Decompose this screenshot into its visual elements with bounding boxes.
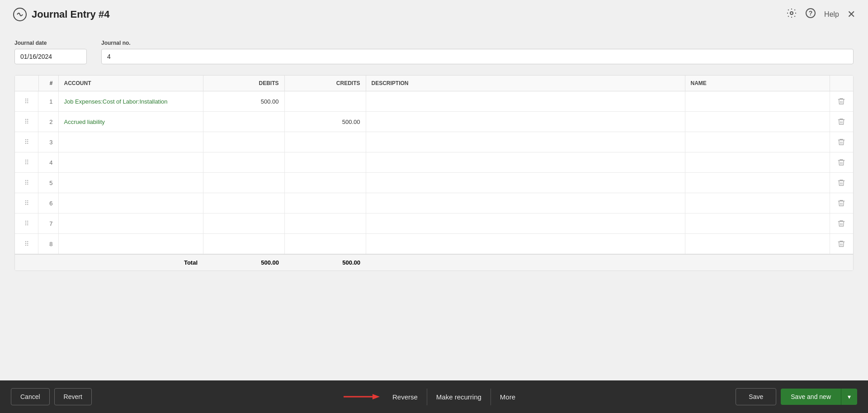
table-row: ⠿ 5 [15,173,853,193]
account-cell[interactable] [58,234,203,255]
row-number: 7 [38,214,58,234]
description-cell[interactable] [366,112,685,132]
delete-icon[interactable] [835,138,848,146]
delete-icon[interactable] [835,97,848,105]
col-description: DESCRIPTION [366,76,685,91]
credits-cell[interactable] [284,91,366,112]
description-cell[interactable] [366,132,685,152]
table-body: ⠿ 1 Job Expenses:Cost of Labor:Installat… [15,91,853,255]
help-icon[interactable]: ? [805,8,816,21]
credits-cell[interactable]: 500.00 [284,112,366,132]
name-cell[interactable] [685,152,830,173]
row-number: 5 [38,173,58,193]
delete-cell [830,91,853,112]
account-cell[interactable] [58,132,203,152]
revert-button[interactable]: Revert [54,388,92,405]
journal-no-input[interactable] [101,49,854,64]
debits-cell[interactable] [203,193,284,214]
delete-icon[interactable] [835,158,848,166]
save-and-new-dropdown-button[interactable]: ▾ [841,389,857,405]
debits-cell[interactable] [203,132,284,152]
credits-cell[interactable] [284,193,366,214]
credits-cell[interactable] [284,214,366,234]
table-row: ⠿ 6 [15,193,853,214]
drag-handle[interactable]: ⠿ [15,152,38,172]
table-row: ⠿ 3 [15,132,853,152]
account-cell[interactable] [58,214,203,234]
name-cell[interactable] [685,193,830,214]
drag-handle[interactable]: ⠿ [15,234,38,254]
row-number: 2 [38,112,58,132]
account-cell[interactable] [58,173,203,193]
total-credits: 500.00 [284,254,366,271]
journal-date-input[interactable] [14,49,87,64]
account-cell[interactable]: Accrued liability [58,112,203,132]
name-cell[interactable] [685,214,830,234]
debits-cell[interactable]: 500.00 [203,91,284,112]
debits-cell[interactable] [203,152,284,173]
row-number: 1 [38,91,58,112]
description-cell[interactable] [366,152,685,173]
description-cell[interactable] [366,91,685,112]
name-cell[interactable] [685,173,830,193]
credits-cell[interactable] [284,173,366,193]
col-drag [15,76,38,91]
name-cell[interactable] [685,234,830,255]
credits-cell[interactable] [284,234,366,255]
debits-cell[interactable] [203,214,284,234]
name-cell[interactable] [685,132,830,152]
dropdown-chevron-icon: ▾ [848,393,851,400]
account-cell[interactable] [58,193,203,214]
credits-cell[interactable] [284,152,366,173]
drag-dots-icon: ⠿ [24,199,29,207]
save-button[interactable]: Save [736,388,776,405]
drag-handle[interactable]: ⠿ [15,112,38,132]
delete-cell [830,132,853,152]
more-button[interactable]: More [491,389,524,405]
drag-dots-icon: ⠿ [24,179,29,186]
header: Journal Entry #4 ? Help ✕ [0,0,868,29]
svg-text:?: ? [809,9,813,17]
drag-handle[interactable]: ⠿ [15,193,38,213]
drag-dots-icon: ⠿ [24,240,29,247]
table-row: ⠿ 2 Accrued liability 500.00 [15,112,853,132]
description-cell[interactable] [366,193,685,214]
delete-icon[interactable] [835,118,848,126]
drag-handle[interactable]: ⠿ [15,132,38,152]
credits-cell[interactable] [284,132,366,152]
debits-cell[interactable] [203,173,284,193]
table-row: ⠿ 8 [15,234,853,255]
drag-dots-icon: ⠿ [24,138,29,146]
settings-icon[interactable] [786,8,797,21]
debits-cell[interactable] [203,112,284,132]
drag-dots-icon: ⠿ [24,118,29,125]
delete-icon[interactable] [835,199,848,207]
page-title: Journal Entry #4 [32,9,109,20]
journal-date-label: Journal date [14,40,87,46]
description-cell[interactable] [366,173,685,193]
make-recurring-button[interactable]: Make recurring [427,389,491,405]
delete-icon[interactable] [835,219,848,228]
debits-cell[interactable] [203,234,284,255]
close-icon[interactable]: ✕ [847,9,855,20]
name-cell[interactable] [685,91,830,112]
main-content: Journal date Journal no. # ACCOUNT DEBIT… [0,29,868,380]
journal-icon [13,7,27,22]
table-header-row: # ACCOUNT DEBITS CREDITS DESCRIPTION NAM… [15,76,853,91]
name-cell[interactable] [685,112,830,132]
delete-icon[interactable] [835,240,848,248]
description-cell[interactable] [366,234,685,255]
help-label[interactable]: Help [824,10,839,19]
account-cell[interactable] [58,152,203,173]
form-row: Journal date Journal no. [14,40,854,64]
delete-cell [830,112,853,132]
description-cell[interactable] [366,214,685,234]
drag-handle[interactable]: ⠿ [15,91,38,111]
drag-handle[interactable]: ⠿ [15,173,38,193]
save-and-new-button[interactable]: Save and new [781,389,841,405]
reverse-button[interactable]: Reverse [383,389,427,405]
account-cell[interactable]: Job Expenses:Cost of Labor:Installation [58,91,203,112]
delete-icon[interactable] [835,179,848,187]
cancel-button[interactable]: Cancel [11,388,50,405]
drag-handle[interactable]: ⠿ [15,214,38,233]
